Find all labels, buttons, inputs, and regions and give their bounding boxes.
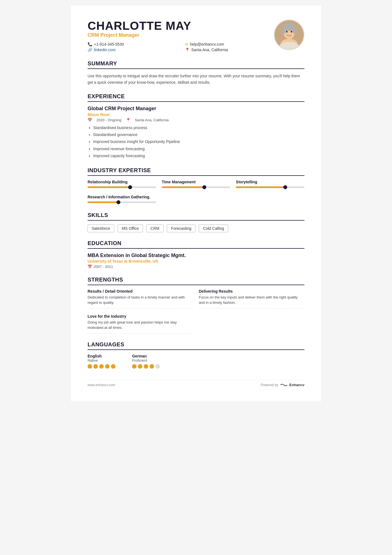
link-icon: 🔗	[88, 48, 92, 52]
skill-fill-3	[88, 201, 118, 203]
strengths-title: STRENGTHS	[88, 277, 304, 285]
location-icon2: 📍	[126, 118, 130, 122]
exp-bullets: Standardised business process Standardis…	[88, 124, 304, 159]
lang-dot-en-3	[99, 364, 104, 369]
skills-list: Salesforce MS Office CRM Forecasting Col…	[88, 225, 304, 232]
email-value: help@enhancv.com	[190, 42, 224, 46]
svg-point-4	[292, 28, 297, 34]
footer-website: www.enhancv.com	[88, 383, 115, 387]
language-item-0: English Native	[88, 354, 115, 369]
language-level-1: Proficient	[132, 358, 160, 362]
language-item-1: German Proficient	[132, 354, 160, 369]
skill-bar-1	[162, 186, 230, 188]
lang-dot-de-3	[144, 364, 148, 369]
linkedin-contact[interactable]: 🔗 linkedin.com	[88, 48, 177, 52]
email-contact: ✉ help@enhancv.com	[185, 42, 274, 46]
education-title: EDUCATION	[88, 240, 304, 249]
svg-point-7	[286, 31, 288, 33]
calendar-icon: 📅	[88, 118, 92, 122]
skill-fill-1	[162, 186, 204, 188]
languages-grid: English Native German Proficient	[88, 354, 304, 369]
skill-bar-2	[236, 186, 304, 188]
exp-bullet-3: Improved revenue forecasting	[93, 145, 304, 152]
edu-degree: MBA Extension in Global Strategic Mgmt.	[88, 253, 304, 258]
education-section: EDUCATION MBA Extension in Global Strate…	[88, 240, 304, 269]
edu-year: 📅 2007 - 2011	[88, 265, 304, 269]
expertise-item-0: Relationship Building	[88, 180, 156, 189]
experience-title: EXPERIENCE	[88, 93, 304, 102]
lang-dot-en-1	[88, 364, 92, 369]
lang-dot-en-5	[111, 364, 115, 369]
strengths-grid: Results / Detail Oriented Dedicated to c…	[88, 289, 304, 334]
expertise-label-0: Relationship Building	[88, 180, 156, 184]
email-icon: ✉	[185, 42, 188, 46]
strength-title-2: Love for the Industry	[88, 314, 193, 319]
location-contact: 📍 Santa Ana, California	[185, 48, 274, 52]
summary-section: SUMMARY Use this opportunity to intrigue…	[88, 60, 304, 85]
avatar-image	[275, 20, 304, 49]
resume-container: CHARLOTTE MAY CRM Project Manager 📞 +1-9…	[71, 6, 321, 401]
exp-bullet-2: Improved business insight for Opportunit…	[93, 138, 304, 145]
languages-title: LANGUAGES	[88, 341, 304, 350]
skill-tag-2: CRM	[146, 225, 163, 232]
skill-dot-0	[128, 185, 132, 189]
languages-section: LANGUAGES English Native German Proficie…	[88, 341, 304, 369]
language-level-0: Native	[88, 358, 115, 362]
enhancv-brand-name: Enhancv	[289, 383, 304, 387]
lang-dot-en-2	[93, 364, 98, 369]
phone-contact: 📞 +1-914-345-5530	[88, 42, 177, 46]
edu-calendar-icon: 📅	[88, 265, 92, 269]
skills-section: SKILLS Salesforce MS Office CRM Forecast…	[88, 212, 304, 232]
header-left: CHARLOTTE MAY CRM Project Manager 📞 +1-9…	[88, 19, 274, 52]
linkedin-value: linkedin.com	[94, 48, 116, 52]
svg-point-3	[282, 28, 286, 34]
expertise-label-2: Storytelling	[236, 180, 304, 184]
lang-dot-de-2	[138, 364, 142, 369]
candidate-title: CRM Project Manager	[88, 32, 274, 38]
summary-title: SUMMARY	[88, 60, 304, 69]
expertise-item-1: Time Management	[162, 180, 230, 189]
skills-title: SKILLS	[88, 212, 304, 221]
expertise-title: INDUSTRY EXPERTISE	[88, 167, 304, 176]
exp-bullet-0: Standardised business process	[93, 124, 304, 131]
skill-fill-0	[88, 186, 130, 188]
strength-title-0: Results / Detail Oriented	[88, 289, 193, 293]
strength-text-2: Doing my job with great love and passion…	[88, 320, 193, 334]
strength-text-1: Focus on the key inputs and deliver them…	[199, 295, 304, 309]
strength-item-0: Results / Detail Oriented Dedicated to c…	[88, 289, 193, 334]
phone-value: +1-914-345-5530	[94, 42, 124, 46]
edu-school: University of Texas at Brownsville, US	[88, 259, 304, 263]
education-item: MBA Extension in Global Strategic Mgmt. …	[88, 253, 304, 269]
skill-tag-4: Cold Calling	[199, 225, 228, 232]
exp-role: Global CRM Project Manager	[88, 106, 304, 112]
expertise-label-3: Research / Information Gathering.	[88, 195, 156, 199]
language-name-1: German	[132, 354, 160, 358]
experience-item: Global CRM Project Manager Nixue Root 📅 …	[88, 106, 304, 159]
exp-location: Santa Ana, California	[135, 118, 169, 122]
skill-dot-1	[202, 185, 206, 189]
lang-dot-de-5	[155, 364, 160, 369]
location-value: Santa Ana, California	[191, 48, 228, 52]
skill-bar-3	[88, 201, 156, 203]
strength-title-1: Delivering Results	[199, 289, 304, 293]
lang-dots-1	[132, 364, 160, 369]
strengths-section: STRENGTHS Results / Detail Oriented Dedi…	[88, 277, 304, 334]
location-icon: 📍	[185, 48, 190, 52]
skill-tag-1: MS Office	[118, 225, 143, 232]
exp-bullet-4: Improved capacity forecasting	[93, 152, 304, 159]
expertise-section: INDUSTRY EXPERTISE Relationship Building…	[88, 167, 304, 204]
strength-item-1: Delivering Results Focus on the key inpu…	[199, 289, 304, 334]
exp-period: 2020 - Ongoing	[96, 118, 121, 122]
skill-fill-2	[236, 186, 285, 188]
phone-icon: 📞	[88, 42, 92, 46]
footer: www.enhancv.com Powered by Enhancv	[88, 380, 304, 387]
expertise-item-2: Storytelling	[236, 180, 304, 189]
exp-company: Nixue Root	[88, 112, 304, 117]
contact-grid: 📞 +1-914-345-5530 ✉ help@enhancv.com 🔗 l…	[88, 42, 274, 52]
footer-brand: Powered by Enhancv	[260, 383, 304, 387]
expertise-item-3: Research / Information Gathering.	[88, 195, 156, 204]
powered-by-text: Powered by	[260, 383, 278, 387]
edu-period: 2007 - 2011	[94, 265, 113, 269]
lang-dot-en-4	[105, 364, 110, 369]
lang-dot-de-1	[132, 364, 137, 369]
